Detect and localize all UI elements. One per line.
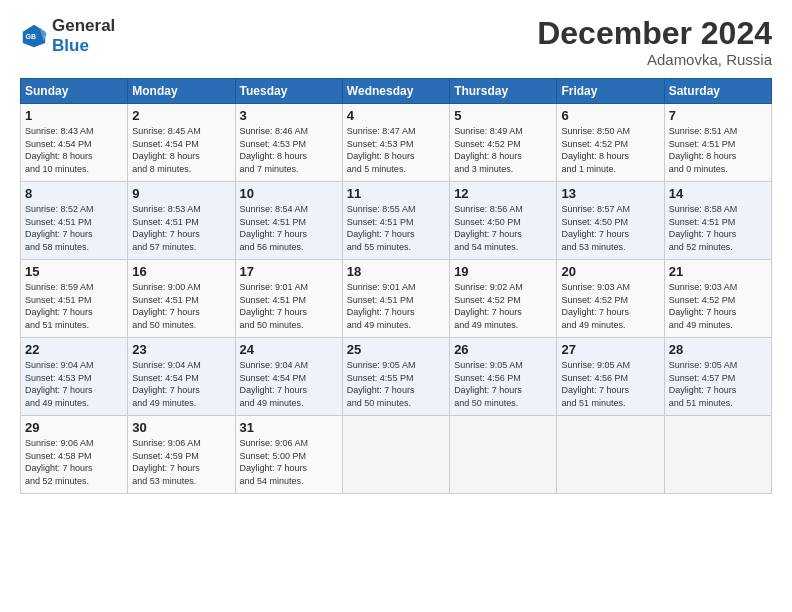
day-number: 21 xyxy=(669,264,767,279)
day-number: 18 xyxy=(347,264,445,279)
calendar-cell: 22Sunrise: 9:04 AM Sunset: 4:53 PM Dayli… xyxy=(21,338,128,416)
day-number: 3 xyxy=(240,108,338,123)
day-info: Sunrise: 8:46 AM Sunset: 4:53 PM Dayligh… xyxy=(240,125,338,175)
day-number: 24 xyxy=(240,342,338,357)
col-sunday: Sunday xyxy=(21,79,128,104)
calendar-cell: 29Sunrise: 9:06 AM Sunset: 4:58 PM Dayli… xyxy=(21,416,128,494)
logo-icon: GB xyxy=(20,22,48,50)
day-info: Sunrise: 8:58 AM Sunset: 4:51 PM Dayligh… xyxy=(669,203,767,253)
calendar-table: Sunday Monday Tuesday Wednesday Thursday… xyxy=(20,78,772,494)
day-info: Sunrise: 9:05 AM Sunset: 4:56 PM Dayligh… xyxy=(561,359,659,409)
calendar-cell: 17Sunrise: 9:01 AM Sunset: 4:51 PM Dayli… xyxy=(235,260,342,338)
calendar-week-1: 1Sunrise: 8:43 AM Sunset: 4:54 PM Daylig… xyxy=(21,104,772,182)
day-info: Sunrise: 8:49 AM Sunset: 4:52 PM Dayligh… xyxy=(454,125,552,175)
day-info: Sunrise: 8:50 AM Sunset: 4:52 PM Dayligh… xyxy=(561,125,659,175)
day-info: Sunrise: 9:05 AM Sunset: 4:57 PM Dayligh… xyxy=(669,359,767,409)
day-number: 23 xyxy=(132,342,230,357)
day-number: 16 xyxy=(132,264,230,279)
header: GB General Blue December 2024 Adamovka, … xyxy=(20,16,772,68)
calendar-cell: 8Sunrise: 8:52 AM Sunset: 4:51 PM Daylig… xyxy=(21,182,128,260)
calendar-cell xyxy=(342,416,449,494)
day-info: Sunrise: 8:55 AM Sunset: 4:51 PM Dayligh… xyxy=(347,203,445,253)
logo: GB General Blue xyxy=(20,16,115,56)
col-thursday: Thursday xyxy=(450,79,557,104)
col-saturday: Saturday xyxy=(664,79,771,104)
calendar-cell: 1Sunrise: 8:43 AM Sunset: 4:54 PM Daylig… xyxy=(21,104,128,182)
calendar-cell: 3Sunrise: 8:46 AM Sunset: 4:53 PM Daylig… xyxy=(235,104,342,182)
calendar-cell: 14Sunrise: 8:58 AM Sunset: 4:51 PM Dayli… xyxy=(664,182,771,260)
day-number: 29 xyxy=(25,420,123,435)
calendar-cell: 12Sunrise: 8:56 AM Sunset: 4:50 PM Dayli… xyxy=(450,182,557,260)
day-info: Sunrise: 9:02 AM Sunset: 4:52 PM Dayligh… xyxy=(454,281,552,331)
day-info: Sunrise: 8:51 AM Sunset: 4:51 PM Dayligh… xyxy=(669,125,767,175)
day-number: 27 xyxy=(561,342,659,357)
calendar-cell: 2Sunrise: 8:45 AM Sunset: 4:54 PM Daylig… xyxy=(128,104,235,182)
day-number: 28 xyxy=(669,342,767,357)
day-number: 20 xyxy=(561,264,659,279)
day-info: Sunrise: 8:45 AM Sunset: 4:54 PM Dayligh… xyxy=(132,125,230,175)
col-wednesday: Wednesday xyxy=(342,79,449,104)
calendar-cell: 9Sunrise: 8:53 AM Sunset: 4:51 PM Daylig… xyxy=(128,182,235,260)
col-friday: Friday xyxy=(557,79,664,104)
day-info: Sunrise: 8:47 AM Sunset: 4:53 PM Dayligh… xyxy=(347,125,445,175)
calendar-cell: 26Sunrise: 9:05 AM Sunset: 4:56 PM Dayli… xyxy=(450,338,557,416)
day-number: 9 xyxy=(132,186,230,201)
title-block: December 2024 Adamovka, Russia xyxy=(537,16,772,68)
day-info: Sunrise: 8:59 AM Sunset: 4:51 PM Dayligh… xyxy=(25,281,123,331)
location-subtitle: Adamovka, Russia xyxy=(537,51,772,68)
day-number: 6 xyxy=(561,108,659,123)
calendar-cell: 19Sunrise: 9:02 AM Sunset: 4:52 PM Dayli… xyxy=(450,260,557,338)
calendar-cell: 21Sunrise: 9:03 AM Sunset: 4:52 PM Dayli… xyxy=(664,260,771,338)
day-number: 10 xyxy=(240,186,338,201)
day-info: Sunrise: 8:53 AM Sunset: 4:51 PM Dayligh… xyxy=(132,203,230,253)
calendar-cell xyxy=(450,416,557,494)
logo-blue: Blue xyxy=(52,36,115,56)
svg-text:GB: GB xyxy=(26,33,36,40)
col-monday: Monday xyxy=(128,79,235,104)
day-info: Sunrise: 9:04 AM Sunset: 4:53 PM Dayligh… xyxy=(25,359,123,409)
day-number: 7 xyxy=(669,108,767,123)
calendar-cell: 30Sunrise: 9:06 AM Sunset: 4:59 PM Dayli… xyxy=(128,416,235,494)
day-number: 4 xyxy=(347,108,445,123)
calendar-week-3: 15Sunrise: 8:59 AM Sunset: 4:51 PM Dayli… xyxy=(21,260,772,338)
day-number: 25 xyxy=(347,342,445,357)
day-number: 5 xyxy=(454,108,552,123)
day-info: Sunrise: 9:03 AM Sunset: 4:52 PM Dayligh… xyxy=(561,281,659,331)
day-info: Sunrise: 9:03 AM Sunset: 4:52 PM Dayligh… xyxy=(669,281,767,331)
calendar-cell: 11Sunrise: 8:55 AM Sunset: 4:51 PM Dayli… xyxy=(342,182,449,260)
calendar-cell: 28Sunrise: 9:05 AM Sunset: 4:57 PM Dayli… xyxy=(664,338,771,416)
calendar-cell: 24Sunrise: 9:04 AM Sunset: 4:54 PM Dayli… xyxy=(235,338,342,416)
day-info: Sunrise: 8:54 AM Sunset: 4:51 PM Dayligh… xyxy=(240,203,338,253)
day-info: Sunrise: 9:06 AM Sunset: 4:59 PM Dayligh… xyxy=(132,437,230,487)
day-number: 12 xyxy=(454,186,552,201)
day-number: 19 xyxy=(454,264,552,279)
day-info: Sunrise: 9:04 AM Sunset: 4:54 PM Dayligh… xyxy=(132,359,230,409)
day-number: 22 xyxy=(25,342,123,357)
calendar-cell: 13Sunrise: 8:57 AM Sunset: 4:50 PM Dayli… xyxy=(557,182,664,260)
calendar-cell: 10Sunrise: 8:54 AM Sunset: 4:51 PM Dayli… xyxy=(235,182,342,260)
day-info: Sunrise: 8:52 AM Sunset: 4:51 PM Dayligh… xyxy=(25,203,123,253)
logo-general: General xyxy=(52,16,115,36)
day-info: Sunrise: 8:56 AM Sunset: 4:50 PM Dayligh… xyxy=(454,203,552,253)
calendar-cell: 20Sunrise: 9:03 AM Sunset: 4:52 PM Dayli… xyxy=(557,260,664,338)
day-info: Sunrise: 8:43 AM Sunset: 4:54 PM Dayligh… xyxy=(25,125,123,175)
calendar-cell: 6Sunrise: 8:50 AM Sunset: 4:52 PM Daylig… xyxy=(557,104,664,182)
day-number: 26 xyxy=(454,342,552,357)
calendar-cell: 15Sunrise: 8:59 AM Sunset: 4:51 PM Dayli… xyxy=(21,260,128,338)
calendar-cell xyxy=(664,416,771,494)
day-number: 15 xyxy=(25,264,123,279)
calendar-cell: 4Sunrise: 8:47 AM Sunset: 4:53 PM Daylig… xyxy=(342,104,449,182)
calendar-cell: 23Sunrise: 9:04 AM Sunset: 4:54 PM Dayli… xyxy=(128,338,235,416)
calendar-week-2: 8Sunrise: 8:52 AM Sunset: 4:51 PM Daylig… xyxy=(21,182,772,260)
day-number: 11 xyxy=(347,186,445,201)
day-number: 31 xyxy=(240,420,338,435)
day-info: Sunrise: 9:05 AM Sunset: 4:56 PM Dayligh… xyxy=(454,359,552,409)
day-number: 1 xyxy=(25,108,123,123)
calendar-cell: 27Sunrise: 9:05 AM Sunset: 4:56 PM Dayli… xyxy=(557,338,664,416)
day-info: Sunrise: 9:06 AM Sunset: 5:00 PM Dayligh… xyxy=(240,437,338,487)
col-tuesday: Tuesday xyxy=(235,79,342,104)
calendar-cell: 5Sunrise: 8:49 AM Sunset: 4:52 PM Daylig… xyxy=(450,104,557,182)
calendar-cell: 18Sunrise: 9:01 AM Sunset: 4:51 PM Dayli… xyxy=(342,260,449,338)
calendar-cell: 31Sunrise: 9:06 AM Sunset: 5:00 PM Dayli… xyxy=(235,416,342,494)
day-info: Sunrise: 8:57 AM Sunset: 4:50 PM Dayligh… xyxy=(561,203,659,253)
